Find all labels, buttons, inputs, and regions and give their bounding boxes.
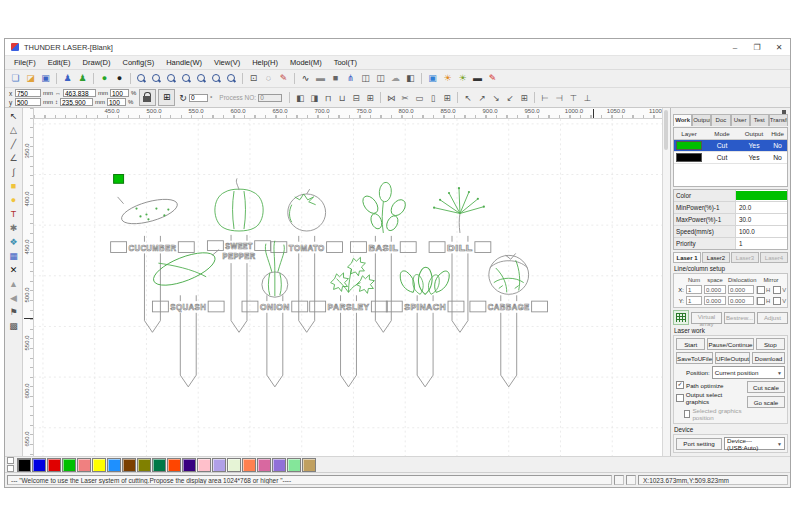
- zoom-in-icon[interactable]: [150, 72, 163, 85]
- zoom-page-icon[interactable]: [210, 72, 223, 85]
- tab-output[interactable]: Output: [692, 114, 711, 126]
- line-tool-icon[interactable]: ╱: [7, 138, 20, 151]
- array-copy-icon[interactable]: ⊞: [441, 92, 453, 104]
- ellipse-tool-icon[interactable]: ●: [7, 194, 20, 207]
- virtual-array-grid-icon[interactable]: [673, 310, 689, 325]
- curve-tool-icon[interactable]: ∫: [7, 166, 20, 179]
- node-edit-icon[interactable]: △: [7, 124, 20, 137]
- tab-transform[interactable]: Transform: [769, 114, 788, 126]
- start-button[interactable]: Start: [676, 338, 705, 350]
- corner-top-left-icon[interactable]: ↖: [462, 92, 474, 104]
- play-left-icon[interactable]: ◀: [7, 292, 20, 305]
- position-select[interactable]: Current position ▼: [712, 366, 785, 379]
- stop-button[interactable]: Stop: [756, 338, 785, 350]
- open-folder-icon[interactable]: ◪: [24, 72, 37, 85]
- weld-shapes-icon[interactable]: ⋈: [385, 92, 397, 104]
- simulate-burst-2-icon[interactable]: ☀: [456, 72, 469, 85]
- palette-color-2[interactable]: [47, 458, 61, 472]
- prop-value-speedmms[interactable]: 100.0: [736, 226, 787, 237]
- palette-color-15[interactable]: [242, 458, 256, 472]
- tab-laser3[interactable]: Laser3: [731, 252, 759, 263]
- preview-monitor-icon[interactable]: ▣: [426, 72, 439, 85]
- text-tool-icon[interactable]: T: [7, 208, 20, 221]
- savetoufile-button[interactable]: SaveToUFile: [676, 352, 713, 364]
- menu-model[interactable]: Model(M): [284, 56, 328, 69]
- palette-color-3[interactable]: [62, 458, 76, 472]
- dither-tool-icon[interactable]: ▩: [7, 320, 20, 333]
- setup-input[interactable]: [728, 296, 754, 305]
- setup-input[interactable]: [686, 285, 702, 294]
- palette-color-1[interactable]: [32, 458, 46, 472]
- width-input[interactable]: [63, 89, 96, 97]
- menu-edit[interactable]: Edit(E): [42, 56, 77, 69]
- vertical-scrollbar[interactable]: [662, 108, 670, 456]
- corner-top-right-icon[interactable]: ↗: [476, 92, 488, 104]
- path-optimize-checkbox[interactable]: ✓: [676, 381, 684, 389]
- center-horizontal-icon[interactable]: ⊟: [350, 92, 362, 104]
- layer-row[interactable]: CutYesNo: [674, 140, 787, 152]
- zoom-screen-icon[interactable]: [225, 72, 238, 85]
- download-button[interactable]: Download: [752, 352, 785, 364]
- prop-value-minpower[interactable]: 20.0: [736, 202, 787, 213]
- layer-row[interactable]: CutYesNo: [674, 152, 787, 164]
- minimize-button[interactable]: –: [724, 40, 746, 55]
- prop-value-maxpower[interactable]: 30.0: [736, 214, 787, 225]
- trim-shapes-icon[interactable]: ✂: [399, 92, 411, 104]
- tab-laser1[interactable]: Laser 1: [673, 252, 701, 263]
- process-input[interactable]: [258, 94, 282, 102]
- prop-value-color[interactable]: [736, 190, 787, 201]
- tab-user[interactable]: User: [731, 114, 750, 126]
- panel-split-icon[interactable]: ◧: [404, 72, 417, 85]
- palette-color-12[interactable]: [197, 458, 211, 472]
- zoom-window-icon[interactable]: [165, 72, 178, 85]
- bitmap-tool-icon[interactable]: ▦: [7, 250, 20, 263]
- height-input[interactable]: [60, 98, 93, 106]
- extend-bottom-icon[interactable]: ⊥: [581, 92, 593, 104]
- weld-right-icon[interactable]: ◫: [374, 72, 387, 85]
- adjust-button[interactable]: Adjust: [757, 312, 788, 324]
- canvas-svg[interactable]: CUCUMBERSWEETPEPPERTOMATOBASILDILLSQUASH…: [34, 119, 662, 456]
- select-arrow-icon[interactable]: ↖: [7, 110, 20, 123]
- selected-object[interactable]: [114, 175, 124, 184]
- y-position-input[interactable]: [15, 98, 41, 106]
- close-button[interactable]: ✕: [768, 40, 790, 55]
- mirror-v-checkbox[interactable]: [773, 286, 781, 294]
- curve-tool-icon[interactable]: ∿: [299, 72, 312, 85]
- palette-color-19[interactable]: [302, 458, 316, 472]
- menu-view[interactable]: View(V): [208, 56, 246, 69]
- export-person-icon[interactable]: ♟: [76, 72, 89, 85]
- tab-laser2[interactable]: Laser2: [702, 252, 730, 263]
- menu-handle[interactable]: Handle(W): [160, 56, 208, 69]
- play-up-icon[interactable]: ▲: [7, 278, 20, 291]
- laser-pen-icon[interactable]: ✎: [486, 72, 499, 85]
- no-color-swatch[interactable]: [7, 457, 14, 464]
- center-vertical-icon[interactable]: ⊞: [364, 92, 376, 104]
- palette-color-8[interactable]: [137, 458, 151, 472]
- palette-color-6[interactable]: [107, 458, 121, 472]
- origin-ball-icon[interactable]: ●: [113, 72, 126, 85]
- paste-size-icon[interactable]: ▯: [427, 92, 439, 104]
- cloud-icon[interactable]: ☁: [389, 72, 402, 85]
- mirror-h-checkbox[interactable]: [757, 286, 765, 294]
- zoom-all-icon[interactable]: [195, 72, 208, 85]
- align-right-icon[interactable]: ◨: [308, 92, 320, 104]
- cut-scale-button[interactable]: Cut scale: [747, 381, 785, 393]
- delete-tool-icon[interactable]: ✕: [7, 264, 20, 277]
- pause-continue-button[interactable]: Pause/Continue: [707, 338, 753, 350]
- selected-graphics-position-checkbox[interactable]: [684, 410, 690, 418]
- prop-value-priority[interactable]: 1: [736, 238, 787, 249]
- mirror-v-checkbox[interactable]: [773, 297, 781, 305]
- tab-laser4[interactable]: Laser4: [760, 252, 788, 263]
- menu-config[interactable]: Config(S): [117, 56, 161, 69]
- ufileoutput-button[interactable]: UFileOutput: [715, 352, 750, 364]
- new-file-icon[interactable]: ❏: [9, 72, 22, 85]
- layer-color-swatch[interactable]: [676, 153, 702, 162]
- palette-color-17[interactable]: [272, 458, 286, 472]
- extend-left-icon[interactable]: ⊢: [539, 92, 551, 104]
- palette-color-10[interactable]: [167, 458, 181, 472]
- setup-input[interactable]: [704, 296, 726, 305]
- palette-color-16[interactable]: [257, 458, 271, 472]
- node-pick-icon[interactable]: ◌: [262, 72, 275, 85]
- star-tool-icon[interactable]: ✱: [7, 222, 20, 235]
- palette-color-14[interactable]: [227, 458, 241, 472]
